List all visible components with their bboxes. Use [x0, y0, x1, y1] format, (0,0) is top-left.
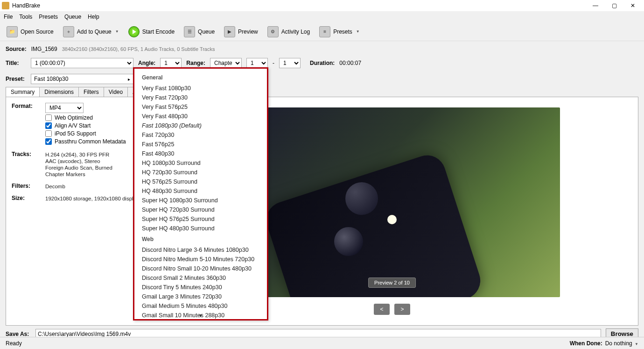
- preset-item[interactable]: HQ 480p30 Surround: [134, 186, 267, 196]
- app-icon: [2, 2, 9, 9]
- preset-item[interactable]: HQ 576p25 Surround: [134, 177, 267, 186]
- preset-category: General: [134, 71, 267, 84]
- preset-popup: GeneralVery Fast 1080p30Very Fast 720p30…: [133, 67, 268, 321]
- preset-select[interactable]: Fast 1080p30 ▸: [31, 74, 133, 84]
- preset-item[interactable]: Fast 1080p30 (Default): [134, 121, 267, 130]
- summary-panel: Format: MP4 Web Optimized Align A/V Star…: [6, 97, 638, 326]
- presets-label: Presets: [333, 28, 352, 35]
- align-av-checkbox[interactable]: [45, 122, 52, 129]
- tab-video[interactable]: Video: [104, 87, 128, 97]
- tabs-row: Summary Dimensions Filters Video Audio S…: [0, 87, 644, 97]
- preset-item[interactable]: Very Fast 480p30: [134, 112, 267, 121]
- maximize-button[interactable]: ▢: [605, 0, 623, 11]
- add-queue-button[interactable]: ＋ Add to Queue ▼: [60, 25, 122, 38]
- minimize-button[interactable]: —: [586, 0, 605, 11]
- ipod-label: iPod 5G Support: [55, 130, 96, 137]
- start-encode-button[interactable]: Start Encode: [126, 25, 177, 38]
- menubar: File Tools Presets Queue Help: [0, 11, 644, 22]
- menu-file[interactable]: File: [4, 14, 13, 20]
- passthru-label: Passthru Common Metadata: [55, 138, 126, 145]
- preset-item[interactable]: Discord Nitro Medium 5-10 Minutes 720p30: [134, 255, 267, 264]
- preset-item[interactable]: Fast 720p30: [134, 130, 267, 140]
- preview-icon: ▶: [224, 26, 235, 37]
- duration-value: 00:00:07: [339, 60, 361, 66]
- chevron-right-icon: ▸: [128, 77, 130, 82]
- preset-item[interactable]: Super HQ 480p30 Surround: [134, 224, 267, 233]
- chevron-down-icon[interactable]: ▼: [115, 29, 119, 34]
- menu-help[interactable]: Help: [88, 14, 99, 20]
- tab-summary[interactable]: Summary: [6, 87, 40, 97]
- add-queue-icon: ＋: [63, 26, 74, 37]
- track-line: Chapter Markers: [45, 171, 142, 177]
- range-to-select[interactable]: 1: [279, 58, 301, 68]
- preset-list: GeneralVery Fast 1080p30Very Fast 720p30…: [134, 69, 267, 319]
- close-button[interactable]: ✕: [623, 0, 642, 11]
- preset-item[interactable]: Discord Nitro Large 3-6 Minutes 1080p30: [134, 245, 267, 255]
- source-row: Source: IMG_1569 3840x2160 (3840x2160), …: [0, 41, 644, 55]
- tab-dimensions[interactable]: Dimensions: [39, 87, 79, 97]
- preset-item[interactable]: Super HQ 1080p30 Surround: [134, 196, 267, 205]
- preview-image: Preview 2 of 10: [224, 107, 560, 297]
- format-select[interactable]: MP4: [45, 103, 84, 113]
- menu-tools[interactable]: Tools: [19, 14, 32, 20]
- preset-item[interactable]: Gmail Medium 5 Minutes 480p30: [134, 301, 267, 311]
- preset-row: Preset: Fast 1080p30 ▸: [0, 71, 644, 87]
- title-select[interactable]: 1 (00:00:07): [31, 58, 133, 68]
- saveas-label: Save As:: [6, 331, 31, 337]
- preset-item[interactable]: Gmail Large 3 Minutes 720p30: [134, 292, 267, 301]
- ipod-checkbox[interactable]: [45, 130, 52, 137]
- tab-filters[interactable]: Filters: [78, 87, 104, 97]
- menu-queue[interactable]: Queue: [64, 14, 81, 20]
- preset-item[interactable]: Very Fast 576p25: [134, 102, 267, 112]
- open-source-label: Open Source: [21, 28, 54, 35]
- open-source-icon: 📁: [7, 26, 18, 37]
- preset-item[interactable]: Super HQ 720p30 Surround: [134, 205, 267, 214]
- chevron-down-icon: ▼: [635, 342, 638, 346]
- tracks-label: Tracks:: [12, 151, 45, 178]
- duration-label: Duration:: [310, 60, 335, 66]
- source-details: 3840x2160 (3840x2160), 60 FPS, 1 Audio T…: [62, 46, 215, 52]
- titlebar: HandBrake — ▢ ✕: [0, 0, 644, 11]
- preset-item[interactable]: HQ 720p30 Surround: [134, 168, 267, 177]
- queue-button[interactable]: ☰ Queue: [181, 25, 217, 38]
- window-title: HandBrake: [12, 2, 40, 9]
- filters-value: Decomb: [45, 184, 142, 189]
- activity-log-button[interactable]: ⚙ Activity Log: [265, 25, 313, 38]
- preset-item[interactable]: Discord Tiny 5 Minutes 240p30: [134, 283, 267, 292]
- when-done-label: When Done:: [570, 340, 602, 347]
- play-icon: [128, 26, 140, 37]
- passthru-checkbox[interactable]: [45, 138, 52, 145]
- angle-select[interactable]: 1: [160, 58, 182, 68]
- preset-item[interactable]: HQ 1080p30 Surround: [134, 158, 267, 168]
- size-label: Size:: [12, 195, 45, 202]
- preview-next-button[interactable]: >: [394, 304, 410, 315]
- preset-category: Web: [134, 233, 267, 245]
- menu-presets[interactable]: Presets: [39, 14, 58, 20]
- align-av-label: Align A/V Start: [55, 122, 91, 129]
- open-source-button[interactable]: 📁 Open Source: [4, 25, 56, 38]
- preview-prev-button[interactable]: <: [374, 304, 390, 315]
- track-line: H.264 (x264), 30 FPS PFR: [45, 152, 142, 157]
- preset-item[interactable]: Super HQ 576p25 Surround: [134, 214, 267, 224]
- size-value: 1920x1080 storage, 1920x1080 display: [45, 196, 142, 201]
- chevron-down-icon[interactable]: ▼: [198, 313, 203, 318]
- statusbar: Ready When Done: Do nothing ▼: [0, 337, 644, 349]
- when-done-value[interactable]: Do nothing ▼: [605, 340, 638, 347]
- presets-button[interactable]: ≡ Presets ▼: [316, 25, 363, 38]
- web-optimized-checkbox[interactable]: [45, 114, 52, 121]
- range-from-select[interactable]: 1: [246, 58, 268, 68]
- preview-button[interactable]: ▶ Preview: [221, 25, 261, 38]
- preset-item[interactable]: Very Fast 720p30: [134, 93, 267, 102]
- filters-label: Filters:: [12, 183, 45, 190]
- preset-item[interactable]: Discord Small 2 Minutes 360p30: [134, 273, 267, 283]
- chevron-down-icon[interactable]: ▼: [356, 29, 360, 34]
- preset-item[interactable]: Fast 480p30: [134, 149, 267, 158]
- source-label: Source:: [6, 46, 27, 52]
- preset-item[interactable]: Fast 576p25: [134, 140, 267, 149]
- activity-log-icon: ⚙: [267, 26, 279, 37]
- title-label: Title:: [6, 60, 26, 66]
- web-optimized-label: Web Optimized: [55, 114, 93, 121]
- range-type-select[interactable]: Chapters: [210, 58, 242, 68]
- preset-item[interactable]: Very Fast 1080p30: [134, 84, 267, 93]
- preset-item[interactable]: Discord Nitro Small 10-20 Minutes 480p30: [134, 264, 267, 273]
